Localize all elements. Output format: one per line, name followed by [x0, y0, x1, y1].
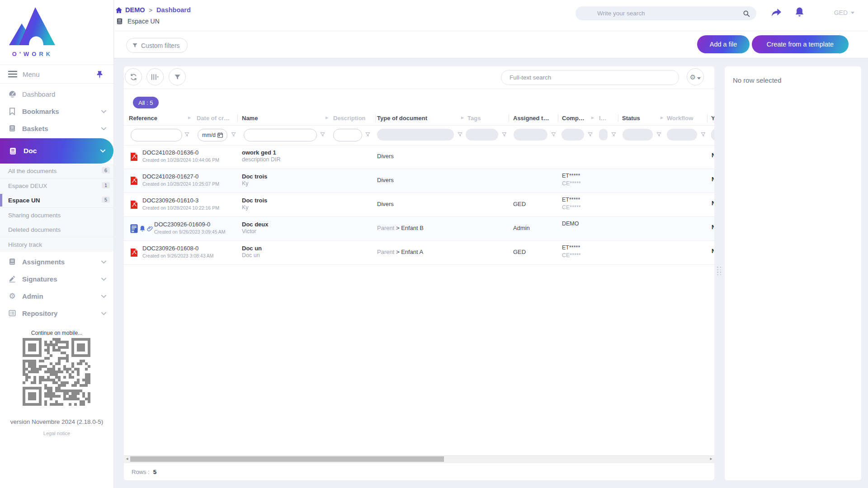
- filter-funnel-icon[interactable]: [588, 132, 593, 137]
- column-header-i-[interactable]: I…: [599, 115, 607, 122]
- filter-funnel-icon[interactable]: [365, 132, 370, 137]
- sort-arrow-icon[interactable]: ▶: [461, 116, 464, 120]
- scrollbar-thumb[interactable]: [130, 456, 444, 462]
- filter-input[interactable]: [334, 129, 362, 141]
- sidebar-item-dashboard[interactable]: Dashboard: [0, 85, 113, 103]
- sidebar-subitem-label: Espace DEUX: [8, 183, 47, 189]
- home-icon[interactable]: [115, 7, 123, 14]
- sidebar-subitem-espace-un[interactable]: Espace UN5: [0, 193, 113, 207]
- table-filter-row: mm/d: [124, 125, 714, 145]
- column-header-y-[interactable]: Y…: [711, 115, 714, 122]
- filter-chip-all[interactable]: All : 5: [133, 97, 159, 108]
- filter-assigned-t-[interactable]: [514, 129, 547, 141]
- filter-date-of-cr-[interactable]: mm/d: [198, 129, 227, 141]
- legal-notice-link[interactable]: Legal notice: [0, 431, 113, 436]
- table-settings-button[interactable]: ⚙: [687, 68, 704, 85]
- filter-tags[interactable]: [466, 129, 498, 141]
- sidebar-item-signatures[interactable]: Signatures: [0, 270, 113, 287]
- horizontal-scrollbar[interactable]: ◄ ►: [124, 455, 714, 463]
- share-icon[interactable]: [771, 8, 782, 17]
- sidebar-subitem-label: Sharing documents: [8, 212, 61, 219]
- create-from-template-button[interactable]: Create from a template: [752, 35, 849, 53]
- document-name: owork ged 1: [242, 149, 276, 156]
- column-header-comp-[interactable]: Comp…: [562, 115, 585, 122]
- table-row[interactable]: DOC241028-01636-0Created on 10/28/2024 1…: [124, 145, 714, 169]
- table-row[interactable]: wDOC230926-01609-0Created on 9/26/2023 3…: [124, 217, 714, 241]
- filter-workflow[interactable]: [667, 129, 697, 141]
- clipped-cell-text: N: [712, 152, 714, 159]
- filter-status[interactable]: [623, 129, 653, 141]
- fulltext-search-input[interactable]: [509, 74, 679, 81]
- breadcrumb-root[interactable]: DEMO: [125, 6, 145, 14]
- sidebar-subitem-sharing-documents[interactable]: Sharing documents: [0, 208, 113, 222]
- calendar-icon[interactable]: [217, 132, 223, 138]
- sort-arrow-icon[interactable]: ▶: [326, 116, 328, 120]
- column-header-description[interactable]: Description: [333, 115, 366, 122]
- scroll-left-icon[interactable]: ◄: [125, 457, 129, 461]
- sidebar-subitem-espace-deux[interactable]: Espace DEUX1: [0, 178, 113, 193]
- filter-y-[interactable]: [711, 129, 714, 141]
- sidebar-item-admin[interactable]: ⚙Admin: [0, 287, 113, 305]
- column-header-date-of-cr-[interactable]: Date of cr…: [197, 115, 230, 122]
- filter-funnel-icon[interactable]: [551, 132, 556, 137]
- hamburger-icon[interactable]: [8, 70, 17, 78]
- sidebar-item-baskets[interactable]: Baskets: [0, 120, 113, 137]
- document-name: Doc trois: [242, 173, 267, 180]
- column-header-status[interactable]: Status: [622, 115, 640, 122]
- table-row[interactable]: DOC230926-01608-0Created on 9/26/2023 3:…: [124, 241, 714, 265]
- type-child: > Enfant A: [396, 249, 423, 255]
- pin-icon[interactable]: [97, 70, 103, 78]
- table-row[interactable]: DOC241028-01627-0Created on 10/28/2024 1…: [124, 169, 714, 193]
- filter-button[interactable]: [169, 68, 186, 85]
- sidebar-item-label: Assignments: [22, 258, 65, 266]
- chevron-down-icon: [101, 260, 106, 264]
- pdf-icon: [130, 152, 138, 161]
- sidebar-item-bookmarks[interactable]: Bookmarks: [0, 103, 113, 120]
- sidebar-item-doc[interactable]: Doc: [0, 138, 113, 164]
- sidebar-item-assignments[interactable]: Assignments: [0, 253, 113, 270]
- column-header-name[interactable]: Name: [242, 115, 258, 122]
- column-header-workflow[interactable]: Workflow: [667, 115, 693, 122]
- company-sub: CE*****: [562, 252, 581, 258]
- sort-arrow-icon[interactable]: ▶: [188, 116, 191, 120]
- column-header-reference[interactable]: Reference: [129, 115, 157, 122]
- scroll-right-icon[interactable]: ►: [709, 457, 713, 461]
- filter-funnel-icon[interactable]: [611, 132, 616, 137]
- filter-i-[interactable]: [599, 129, 608, 141]
- search-icon[interactable]: [743, 10, 750, 17]
- filter-funnel-icon[interactable]: [458, 132, 462, 137]
- filter-input[interactable]: [244, 129, 316, 141]
- sort-arrow-icon[interactable]: ▶: [660, 116, 663, 120]
- refresh-button[interactable]: [125, 68, 142, 85]
- column-header-assigned-t-[interactable]: Assigned t…: [513, 115, 549, 122]
- panel-resize-handle[interactable]: [717, 267, 722, 275]
- mountain-logo-icon: [6, 4, 59, 49]
- sidebar-subitem-deleted-documents[interactable]: Deleted documents: [0, 222, 113, 237]
- sort-arrow-icon[interactable]: ▶: [591, 116, 594, 120]
- filter-funnel-icon[interactable]: [701, 132, 706, 137]
- filter-funnel-icon[interactable]: [184, 132, 189, 137]
- user-menu[interactable]: GED: [834, 9, 854, 16]
- filter-comp-[interactable]: [561, 129, 584, 141]
- columns-button[interactable]: [146, 68, 164, 85]
- breadcrumb-current[interactable]: Dashboard: [156, 6, 191, 14]
- global-search-input[interactable]: [596, 9, 756, 17]
- add-file-button[interactable]: Add a file: [697, 35, 750, 53]
- filter-funnel-icon[interactable]: [320, 132, 325, 137]
- sidebar-subitem-all-the-documents[interactable]: All the documents6: [0, 164, 113, 178]
- filter-funnel-icon[interactable]: [502, 132, 507, 137]
- filter-funnel-icon[interactable]: [231, 132, 236, 137]
- filter-input[interactable]: [131, 129, 182, 141]
- filter-type-of-document[interactable]: [377, 129, 454, 141]
- filter-funnel-icon[interactable]: [656, 132, 661, 137]
- reference-text: DOC241028-01627-0: [142, 173, 198, 180]
- custom-filters-button[interactable]: Custom filters: [126, 38, 188, 53]
- table-row[interactable]: DOC230926-01610-3Created on 10/28/2024 1…: [124, 193, 714, 217]
- menu-toggle[interactable]: Menu: [0, 65, 113, 83]
- notifications-bell-icon[interactable]: [795, 7, 804, 17]
- count-badge: 6: [102, 167, 110, 174]
- column-header-tags[interactable]: Tags: [467, 115, 481, 122]
- sidebar-subitem-history-track[interactable]: History track: [0, 237, 113, 252]
- column-header-type-of-document[interactable]: Type of document: [377, 115, 427, 122]
- sidebar-item-repository[interactable]: Repository: [0, 305, 113, 322]
